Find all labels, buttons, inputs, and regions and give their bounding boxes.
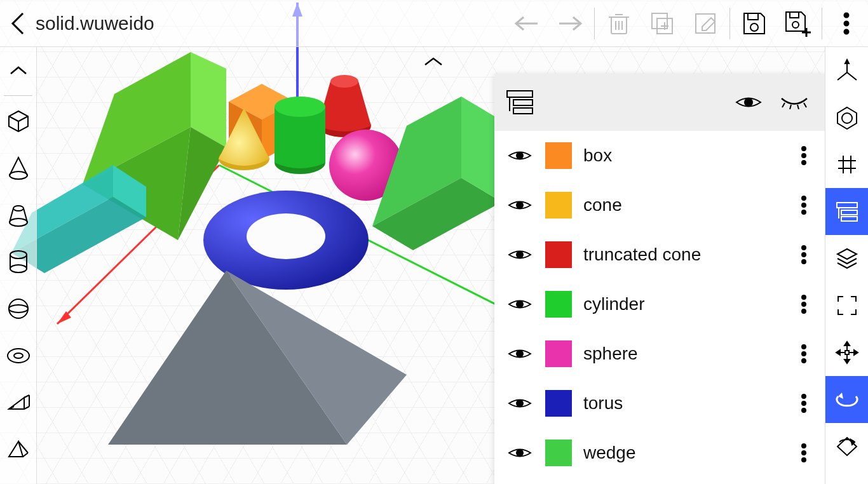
object-label: truncated cone [583, 245, 783, 265]
svg-rect-101 [513, 108, 532, 114]
box-tool[interactable] [0, 97, 37, 144]
save-button[interactable] [733, 0, 776, 47]
objects-panel-toggle[interactable] [825, 188, 868, 235]
object-menu-button[interactable] [794, 146, 813, 165]
svg-rect-95 [845, 351, 849, 354]
svg-marker-92 [844, 360, 850, 363]
visibility-toggle[interactable] [506, 347, 534, 361]
pyramid-tool[interactable] [0, 426, 37, 473]
object-menu-button[interactable] [794, 344, 813, 363]
visibility-toggle[interactable] [506, 396, 534, 410]
cylinder-tool[interactable] [0, 238, 37, 285]
object-label: sphere [583, 344, 783, 364]
visibility-toggle[interactable] [506, 149, 534, 163]
svg-point-49 [844, 21, 849, 25]
cone-tool[interactable] [0, 144, 37, 191]
object-row[interactable]: cylinder [494, 279, 825, 329]
color-swatch [545, 192, 572, 218]
svg-point-121 [802, 295, 806, 299]
object-row[interactable]: sphere [494, 329, 825, 379]
object-menu-button[interactable] [794, 443, 813, 462]
svg-point-112 [517, 202, 523, 208]
visibility-toggle[interactable] [506, 198, 534, 212]
delete-button[interactable] [597, 0, 641, 47]
color-swatch [545, 142, 572, 169]
redo-button[interactable] [548, 0, 592, 47]
svg-rect-44 [790, 12, 799, 18]
object-row[interactable]: box [494, 131, 825, 180]
svg-line-73 [23, 453, 28, 457]
svg-point-118 [802, 253, 806, 257]
layers-toggle[interactable] [825, 235, 868, 282]
rotate-alt-tool[interactable] [825, 423, 868, 470]
panel-collapse-chevron[interactable] [414, 52, 452, 71]
object-row[interactable]: cone [494, 180, 825, 230]
edit-button[interactable] [684, 0, 727, 47]
svg-point-133 [802, 444, 806, 448]
object-menu-button[interactable] [794, 245, 813, 264]
color-swatch [545, 241, 572, 268]
sphere-tool[interactable] [0, 285, 37, 332]
rotate-tool[interactable] [825, 376, 868, 423]
undo-button[interactable] [505, 0, 548, 47]
move-tool[interactable] [825, 329, 868, 376]
object-row[interactable]: wedge [494, 428, 825, 478]
svg-point-125 [802, 345, 806, 349]
more-menu-button[interactable] [825, 0, 868, 47]
svg-rect-84 [837, 203, 857, 208]
axes-toggle[interactable] [825, 47, 868, 94]
save-as-button[interactable] [776, 0, 819, 47]
svg-point-116 [517, 252, 523, 258]
left-toolbar [0, 47, 37, 484]
svg-point-109 [802, 147, 806, 151]
svg-marker-94 [854, 350, 858, 355]
object-menu-button[interactable] [794, 295, 813, 314]
svg-point-126 [802, 352, 806, 356]
svg-point-120 [517, 301, 523, 307]
svg-point-55 [13, 206, 24, 211]
right-toolbar [825, 47, 868, 484]
svg-point-122 [802, 302, 806, 306]
duplicate-button[interactable] [641, 0, 684, 47]
svg-line-75 [837, 72, 847, 80]
visibility-toggle[interactable] [506, 297, 534, 311]
svg-point-111 [802, 161, 806, 165]
svg-rect-42 [748, 13, 758, 20]
object-label: cone [583, 195, 783, 215]
topbar: solid.wuweido [0, 0, 868, 47]
visibility-toggle[interactable] [506, 446, 534, 460]
svg-marker-77 [845, 60, 849, 64]
object-label: torus [583, 393, 783, 413]
svg-line-107 [804, 103, 806, 107]
svg-point-65 [14, 353, 23, 358]
color-swatch [545, 440, 572, 466]
svg-point-135 [802, 458, 806, 462]
perspective-toggle[interactable] [825, 94, 868, 141]
object-menu-button[interactable] [794, 394, 813, 413]
object-menu-button[interactable] [794, 196, 813, 215]
svg-point-128 [517, 400, 523, 407]
visibility-toggle[interactable] [506, 248, 534, 262]
svg-point-119 [802, 260, 806, 264]
object-label: cylinder [583, 294, 783, 314]
svg-rect-99 [507, 91, 532, 97]
wedge-tool[interactable] [0, 379, 37, 426]
objects-list[interactable]: box cone truncated cone cylinder sphere [494, 131, 825, 484]
svg-marker-91 [844, 342, 850, 346]
show-all-button[interactable] [729, 94, 768, 111]
svg-line-104 [782, 103, 785, 107]
svg-point-113 [802, 196, 806, 200]
grid-toggle[interactable] [825, 141, 868, 188]
hierarchy-icon [506, 90, 534, 115]
torus-tool[interactable] [0, 332, 37, 379]
collapse-left-toolbar[interactable] [0, 47, 37, 94]
truncated-cone-tool[interactable] [0, 191, 37, 238]
svg-point-114 [802, 203, 806, 207]
svg-rect-100 [513, 100, 532, 105]
svg-point-53 [10, 171, 27, 179]
object-row[interactable]: truncated cone [494, 230, 825, 279]
back-button[interactable] [0, 0, 36, 47]
fullscreen-toggle[interactable] [825, 282, 868, 329]
object-row[interactable]: torus [494, 379, 825, 428]
hide-all-button[interactable] [775, 95, 813, 109]
